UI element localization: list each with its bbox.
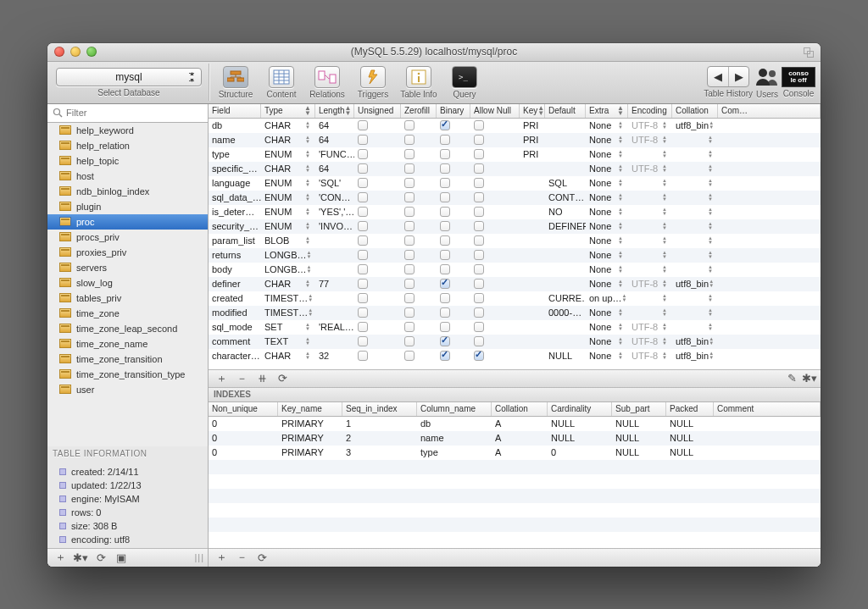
close-window-button[interactable] [54, 47, 64, 57]
field-row[interactable]: security_…ENUM▲▼'INVO…DEFINERNone▲▼▲▼▲▼ [209, 219, 821, 234]
checkbox[interactable] [474, 207, 484, 217]
sidebar-table-help_keyword[interactable]: help_keyword [47, 123, 208, 138]
field-row[interactable]: definerCHAR▲▼77None▲▼UTF-8▲▼utf8_bin▲▼ [209, 277, 821, 291]
sidebar-table-time_zone[interactable]: time_zone [47, 306, 208, 321]
reload-fields-button[interactable]: ⟳ [273, 371, 292, 386]
checkbox[interactable] [358, 120, 368, 130]
index-header-cell[interactable]: Cardinality [548, 402, 612, 416]
checkbox[interactable] [440, 250, 450, 260]
checkbox[interactable] [404, 264, 415, 274]
checkbox[interactable] [358, 351, 368, 361]
sidebar-table-proc[interactable]: proc [47, 214, 208, 230]
checkbox[interactable] [404, 163, 415, 174]
checkbox[interactable] [474, 279, 484, 289]
users-button[interactable]: Users [753, 66, 782, 99]
checkbox[interactable] [440, 322, 450, 332]
checkbox[interactable] [474, 135, 484, 145]
checkbox[interactable] [358, 149, 368, 159]
field-header-cell[interactable]: Allow Null [470, 104, 520, 118]
zoom-window-button[interactable] [86, 47, 97, 57]
field-header-cell[interactable]: Unsigned [354, 104, 401, 118]
sidebar-refresh-button[interactable]: ⟳ [92, 550, 110, 565]
field-header-cell[interactable]: Binary [437, 104, 470, 118]
field-row[interactable]: specific_…CHAR▲▼64None▲▼UTF-8▲▼▲▼ [209, 162, 821, 176]
checkbox[interactable] [440, 351, 450, 361]
sidebar-table-time_zone_transition[interactable]: time_zone_transition [47, 352, 208, 367]
checkbox[interactable] [358, 307, 368, 318]
field-row[interactable]: sql_data_…ENUM▲▼'CON…CONT…None▲▼▲▼▲▼ [209, 191, 821, 205]
field-row[interactable]: dbCHAR▲▼64PRINone▲▼UTF-8▲▼utf8_bin▲▼ [209, 119, 821, 133]
index-header-cell[interactable]: Key_name [278, 402, 342, 416]
checkbox[interactable] [440, 336, 450, 346]
checkbox[interactable] [358, 221, 368, 231]
checkbox[interactable] [358, 264, 368, 274]
checkbox[interactable] [358, 207, 368, 217]
field-header-cell[interactable]: Length▲▼ [315, 104, 354, 118]
index-header-cell[interactable]: Collation [492, 402, 548, 416]
history-forward-button[interactable]: ▶ [728, 67, 748, 86]
checkbox[interactable] [404, 149, 415, 159]
field-row[interactable]: is_deter…ENUM▲▼'YES','…NONone▲▼▲▼▲▼ [209, 205, 821, 219]
tab-table-info[interactable]: Table Info [396, 66, 442, 99]
field-header-cell[interactable]: Zerofill [401, 104, 437, 118]
checkbox[interactable] [404, 250, 415, 260]
checkbox[interactable] [474, 351, 484, 361]
field-row[interactable]: nameCHAR▲▼64PRINone▲▼UTF-8▲▼▲▼ [209, 133, 821, 147]
index-row[interactable]: 0PRIMARY1dbANULLNULLNULL [209, 417, 821, 431]
checkbox[interactable] [440, 235, 450, 246]
history-back-button[interactable]: ◀ [708, 67, 728, 86]
field-header-cell[interactable]: Extra▲▼ [586, 104, 628, 118]
field-header-cell[interactable]: Com… [718, 104, 821, 118]
field-row[interactable]: character…CHAR▲▼32NULLNone▲▼UTF-8▲▼utf8_… [209, 349, 821, 363]
checkbox[interactable] [474, 336, 484, 346]
duplicate-field-button[interactable]: ⧺ [253, 371, 271, 386]
reload-indexes-button[interactable]: ⟳ [253, 550, 271, 565]
sidebar-table-ndb_binlog_index[interactable]: ndb_binlog_index [47, 184, 208, 199]
field-row[interactable]: bodyLONGB…▲▼None▲▼▲▼▲▼ [209, 263, 821, 277]
field-actions-button[interactable]: ✱▾ [802, 372, 817, 385]
field-header-cell[interactable]: Key▲▼ [520, 104, 545, 118]
field-row[interactable]: modifiedTIMEST…▲▼0000-…None▲▼▲▼▲▼ [209, 306, 821, 320]
checkbox[interactable] [358, 192, 368, 202]
checkbox[interactable] [440, 149, 450, 159]
checkbox[interactable] [404, 135, 415, 145]
sidebar-table-host[interactable]: host [47, 169, 208, 184]
indexes-grid[interactable]: 0PRIMARY1dbANULLNULLNULL0PRIMARY2nameANU… [209, 417, 821, 548]
field-row[interactable]: sql_modeSET▲▼'REAL…None▲▼UTF-8▲▼▲▼ [209, 320, 821, 335]
checkbox[interactable] [440, 264, 450, 274]
sidebar-table-user[interactable]: user [47, 382, 208, 397]
index-header-cell[interactable]: Comment [714, 402, 821, 416]
minimize-window-button[interactable] [70, 47, 81, 57]
checkbox[interactable] [404, 235, 415, 246]
sidebar-actions-button[interactable]: ✱▾ [71, 550, 90, 565]
sidebar-table-tables_priv[interactable]: tables_priv [47, 291, 208, 306]
checkbox[interactable] [404, 307, 415, 318]
sidebar-table-proxies_priv[interactable]: proxies_priv [47, 245, 208, 260]
checkbox[interactable] [358, 250, 368, 260]
field-row[interactable]: typeENUM▲▼'FUNC…PRINone▲▼▲▼▲▼ [209, 147, 821, 162]
sidebar-resize-grip[interactable]: ||| [194, 552, 204, 562]
sidebar-table-help_relation[interactable]: help_relation [47, 138, 208, 153]
checkbox[interactable] [440, 178, 450, 188]
remove-field-button[interactable]: － [232, 371, 251, 386]
field-header-cell[interactable]: Type▲▼ [261, 104, 315, 118]
field-row[interactable]: languageENUM▲▼'SQL'SQLNone▲▼▲▼▲▼ [209, 176, 821, 191]
checkbox[interactable] [474, 149, 484, 159]
checkbox[interactable] [474, 163, 484, 174]
tab-structure[interactable]: Structure [213, 66, 259, 99]
sidebar-toggle-button[interactable]: ▣ [112, 550, 131, 565]
console-button[interactable]: console off Console [782, 67, 815, 98]
checkbox[interactable] [440, 307, 450, 318]
field-row[interactable]: createdTIMEST…▲▼CURRE…on up…▲▼▲▼▲▼ [209, 291, 821, 306]
checkbox[interactable] [404, 221, 415, 231]
sidebar-table-help_topic[interactable]: help_topic [47, 153, 208, 169]
sidebar-table-time_zone_leap_second[interactable]: time_zone_leap_second [47, 321, 208, 336]
remove-index-button[interactable]: － [232, 550, 251, 565]
tab-query[interactable]: >_ Query [442, 66, 487, 99]
field-header-cell[interactable]: Encoding [628, 104, 672, 118]
checkbox[interactable] [474, 293, 484, 303]
checkbox[interactable] [440, 207, 450, 217]
field-row[interactable]: param_listBLOB▲▼None▲▼▲▼▲▼ [209, 234, 821, 248]
sidebar-table-time_zone_name[interactable]: time_zone_name [47, 336, 208, 352]
checkbox[interactable] [404, 293, 415, 303]
